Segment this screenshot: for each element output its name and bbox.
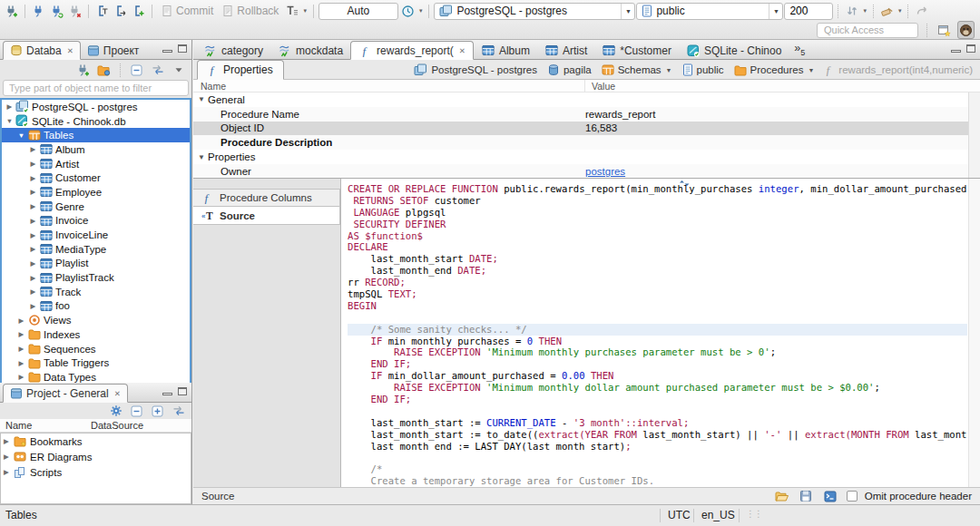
twistie-icon[interactable]: ▼ (193, 95, 208, 103)
schema-select[interactable]: public ▼ (636, 3, 783, 20)
editor-tab-mockdata[interactable]: mockdata (270, 41, 350, 60)
tree-item-employee[interactable]: ▶Employee (2, 185, 190, 200)
twistie-icon[interactable]: ▶ (5, 102, 15, 111)
project-item-er-diagrams[interactable]: ▶ER Diagrams (1, 449, 191, 464)
procedure-columns-button[interactable]: f Procedure Columns (193, 189, 340, 207)
twistie-icon[interactable]: ▶ (28, 287, 38, 296)
breadcrumb-item-postgresql-postgres[interactable]: PostgreSQL - postgres (414, 63, 537, 76)
project-item-scripts[interactable]: ▶Scripts (1, 464, 191, 480)
link-with-editor-icon[interactable] (149, 61, 166, 79)
source-button[interactable]: «T Source (193, 207, 340, 225)
maximize-view-icon[interactable] (178, 387, 187, 395)
object-filter-input[interactable] (3, 80, 189, 96)
reconnect-icon[interactable] (48, 2, 65, 20)
omit-procedure-header-checkbox[interactable] (847, 491, 858, 502)
twistie-icon[interactable]: ▶ (1, 453, 12, 461)
dropdown-caret-icon[interactable]: ▾ (419, 7, 423, 15)
close-view-icon[interactable]: ✕ (114, 389, 121, 398)
new-connection-icon[interactable] (3, 2, 20, 20)
chevron-down-icon[interactable]: ▼ (769, 4, 782, 19)
close-view-icon[interactable]: ✕ (67, 46, 74, 55)
twistie-icon[interactable]: ▶ (16, 345, 26, 353)
twistie-icon[interactable]: ▶ (28, 202, 38, 210)
twistie-icon[interactable]: ▶ (1, 468, 12, 476)
editor-tab-rewards-report[interactable]: frewards_report(✕ (350, 41, 474, 60)
dropdown-caret-icon[interactable]: ▾ (303, 7, 307, 15)
open-sql-script-icon[interactable] (112, 2, 129, 20)
persist-console-icon[interactable] (822, 487, 839, 505)
twistie-icon[interactable]: ▶ (16, 373, 26, 381)
property-row-owner[interactable]: Ownerpostgres (193, 164, 980, 179)
tree-item-mediatype[interactable]: ▶MediaType (2, 242, 190, 257)
editor-tab-sqlite-chinoo[interactable]: SQLite - Chinoo (679, 41, 789, 60)
column-datasource[interactable]: DataSource (91, 420, 143, 431)
minimize-editor-icon[interactable] (951, 50, 961, 53)
expand-all-icon[interactable] (149, 402, 166, 420)
status-locale[interactable]: en_US (701, 509, 735, 521)
collapse-all-icon[interactable] (128, 61, 145, 79)
transaction-history-icon[interactable] (399, 2, 416, 20)
twistie-icon[interactable]: ▶ (28, 188, 38, 196)
minimize-view-icon[interactable] (162, 393, 172, 395)
twistie-icon[interactable]: ▶ (28, 174, 38, 182)
twistie-icon[interactable]: ▶ (28, 217, 38, 225)
tree-item-invoice[interactable]: ▶Invoice (2, 214, 190, 229)
status-timezone[interactable]: UTC (668, 509, 691, 521)
owner-link[interactable]: postgres (585, 166, 625, 177)
open-perspective-icon[interactable] (936, 21, 953, 39)
property-row-properties[interactable]: ▼Properties (193, 150, 980, 164)
disconnect-icon[interactable] (66, 2, 83, 20)
tab-projects[interactable]: Проект (81, 41, 146, 60)
twistie-icon[interactable]: ▶ (28, 259, 38, 268)
sql-editor-icon[interactable] (93, 2, 111, 20)
tree-item-genre[interactable]: ▶Genre (2, 200, 190, 214)
property-row-procedure-name[interactable]: Procedure Namerewards_report (193, 107, 980, 122)
tab-properties[interactable]: f Properties (197, 60, 284, 80)
close-tab-icon[interactable]: ✕ (459, 46, 466, 55)
tree-item-tables[interactable]: ▼Tables (2, 128, 190, 142)
view-menu-icon[interactable] (170, 61, 187, 79)
twistie-icon[interactable]: ▶ (28, 160, 38, 168)
twistie-icon[interactable]: ▶ (28, 231, 38, 239)
new-sql-editor-icon[interactable] (130, 2, 147, 20)
tree-item-table-triggers[interactable]: ▶Table Triggers (2, 356, 190, 370)
gear-icon[interactable] (107, 402, 124, 420)
column-name[interactable]: Name (193, 80, 585, 92)
editor-tab-artist[interactable]: Artist (537, 41, 594, 60)
rollback-button[interactable]: Rollback (218, 2, 282, 20)
undo-icon[interactable] (913, 2, 930, 20)
chevron-down-icon[interactable]: ▼ (808, 67, 814, 73)
tree-item-playlist[interactable]: ▶Playlist (2, 257, 190, 271)
dropdown-caret-icon[interactable]: ▾ (898, 7, 902, 15)
tree-item-artist[interactable]: ▶Artist (2, 157, 190, 171)
commit-mode-select[interactable]: Auto (318, 3, 398, 20)
link-with-editor-icon[interactable] (170, 402, 187, 420)
maximize-editor-icon[interactable] (966, 44, 975, 53)
source-code[interactable]: CREATE OR REPLACE FUNCTION public.reward… (348, 183, 967, 487)
load-from-file-icon[interactable] (773, 487, 790, 505)
commit-button[interactable]: Commit (157, 2, 217, 20)
property-row-general[interactable]: ▼General (193, 93, 980, 107)
chevron-down-icon[interactable]: ▼ (621, 4, 634, 19)
breadcrumb-item-public[interactable]: public (682, 63, 724, 76)
new-connection-folder-icon[interactable] (95, 61, 113, 79)
tree-item-sqlite-chinook-db[interactable]: ▼SQLite - Chinook.db (2, 114, 190, 129)
twistie-icon[interactable]: ▼ (5, 117, 15, 125)
editor-tab-album[interactable]: Album (474, 41, 537, 60)
tree-item-invoiceline[interactable]: ▶InvoiceLine (2, 228, 190, 242)
tree-item-foo[interactable]: ▶foo (2, 299, 190, 314)
property-row-procedure-description[interactable]: Procedure Description (193, 135, 980, 150)
breadcrumb-item-schemas[interactable]: Schemas▼ (602, 63, 672, 76)
tree-item-sequences[interactable]: ▶Sequences (2, 342, 190, 356)
tree-item-views[interactable]: ▶Views (2, 313, 190, 327)
tree-item-album[interactable]: ▶Album (2, 142, 190, 157)
dbeaver-perspective-icon[interactable] (957, 21, 975, 39)
editor-tab-customer[interactable]: *Customer (594, 41, 679, 60)
tab-database-navigator[interactable]: Databa ✕ (3, 41, 81, 60)
project-item-bookmarks[interactable]: ▶Bookmarks (1, 433, 191, 449)
minimize-view-icon[interactable] (162, 50, 172, 53)
editor-tab-category[interactable]: category (196, 41, 270, 60)
save-to-file-icon[interactable] (798, 487, 815, 505)
twistie-icon[interactable]: ▶ (28, 274, 38, 282)
maximize-view-icon[interactable] (178, 44, 187, 53)
